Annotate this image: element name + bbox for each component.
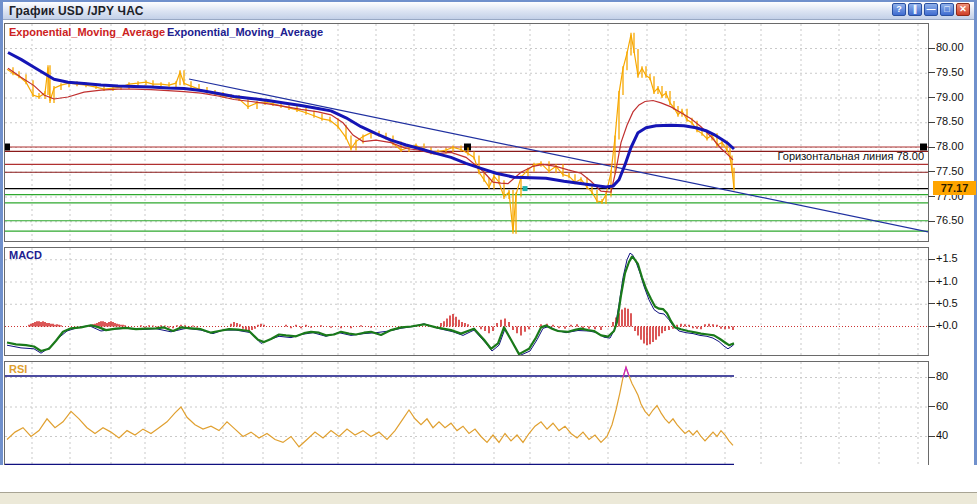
price-axis-label-tick [928, 122, 935, 123]
window-left-border [0, 0, 3, 504]
window-titlebar[interactable]: График USD /JPY ЧАС ?∥—□✕ [3, 2, 974, 20]
date-axis[interactable]: Июль 2011 Авг 2011 141518192021222526272… [0, 465, 977, 492]
price-axis-label: 78.00 [936, 140, 964, 152]
rsi-label: RSI [9, 363, 27, 375]
price-axis-label: 77.50 [936, 165, 964, 177]
price-axis-label-tick [928, 48, 935, 49]
rsi-panel[interactable]: RSI [4, 361, 929, 467]
price-axis-label-tick [928, 171, 935, 172]
price-axis-label: 76.50 [936, 214, 964, 226]
current-price-badge: 77.17 [933, 181, 976, 195]
rsi-axis-label: 40 [936, 429, 948, 441]
horizontal-line-label: Горизонтальная линия 78.00 [778, 150, 924, 162]
rsi-axis-label-tick [928, 436, 935, 437]
macd-label: MACD [9, 249, 42, 261]
selection-handle[interactable] [5, 144, 10, 151]
rsi-axis-label: 80 [936, 370, 948, 382]
maximize-button[interactable]: □ [940, 3, 954, 16]
ema-label-slow: Exponential_Moving_Average [167, 26, 323, 38]
price-axis-label-tick [928, 147, 935, 148]
close-button[interactable]: ✕ [956, 3, 970, 16]
macd-main-line [7, 257, 734, 355]
window-buttons: ?∥—□✕ [892, 3, 970, 16]
price-axis-label-tick [928, 97, 935, 98]
macd-axis-label-tick [928, 303, 935, 304]
macd-axis-label: +0.5 [936, 297, 958, 309]
price-axis-label: 79.50 [936, 66, 964, 78]
minimize-button[interactable]: — [924, 3, 938, 16]
price-axis-label: 78.50 [936, 115, 964, 127]
price-axis-label-tick [928, 196, 935, 197]
macd-axis-label: +1.5 [936, 252, 958, 264]
window-title: График USD /JPY ЧАС [9, 4, 144, 18]
macd-axis-label-tick [928, 326, 935, 327]
chart-window: График USD /JPY ЧАС ?∥—□✕ Exponential_Mo… [0, 0, 977, 504]
macd-axis-label: +0.0 [936, 319, 958, 331]
price-axis-label: 80.00 [936, 41, 964, 53]
macd-axis-label: +1.0 [936, 275, 958, 287]
macd-axis-label-tick [928, 259, 935, 260]
selection-handle[interactable] [523, 186, 528, 191]
price-axis-label-tick [928, 221, 935, 222]
price-line [7, 35, 734, 232]
ema-label-fast: Exponential_Moving_Average [9, 26, 165, 38]
macd-panel[interactable]: MACD [4, 247, 929, 356]
macd-axis-label-tick [928, 281, 935, 282]
rsi-axis-label-tick [928, 377, 935, 378]
help-button[interactable]: ? [892, 3, 906, 16]
ema-slow-line [8, 53, 734, 188]
price-axis-label-tick [928, 72, 935, 73]
pause-button[interactable]: ∥ [908, 3, 922, 16]
price-chart-panel[interactable]: Exponential_Moving_Average Exponential_M… [4, 23, 929, 242]
window-bottom-strip [0, 492, 977, 504]
rsi-axis-label-tick [928, 406, 935, 407]
price-axis-label: 79.00 [936, 91, 964, 103]
rsi-axis-label: 60 [936, 400, 948, 412]
